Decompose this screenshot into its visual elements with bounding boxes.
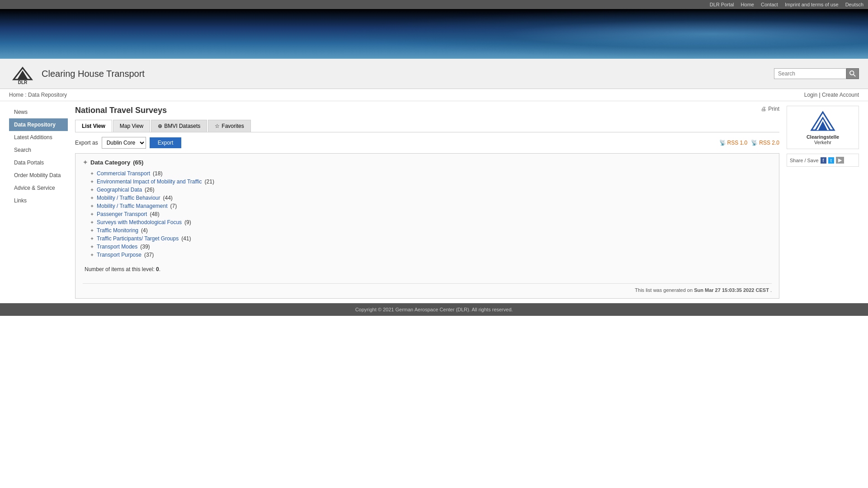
export-bar: Export as Dublin Core INSPIRE ISO 19115 …	[75, 137, 779, 149]
sidebar-item-data-repository[interactable]: Data Repository	[9, 118, 68, 131]
category-item-icon: ✦	[90, 211, 94, 217]
list-item: ✦ Surveys with Methodological Focus (9)	[83, 218, 772, 226]
items-count-label: Number of items at this level:	[85, 266, 155, 272]
generated-prefix: This list was generated on	[635, 287, 693, 293]
search-input[interactable]	[774, 68, 846, 79]
svg-text:DLR: DLR	[18, 80, 28, 85]
list-item: ✦ Passenger Transport (48)	[83, 210, 772, 218]
data-category-header: ✦ Data Category (65)	[83, 159, 772, 166]
nav-deutsch[interactable]: Deutsch	[845, 2, 863, 7]
footer: Copyright © 2021 German Aerospace Center…	[0, 303, 868, 316]
rss-1-link[interactable]: 📡 RSS 1.0	[719, 140, 748, 146]
tab-map-view[interactable]: Map View	[113, 120, 150, 132]
page-title: National Travel Surveys	[75, 106, 167, 115]
favorites-icon: ☆	[215, 123, 220, 129]
category-geographical-data-count: (26)	[145, 187, 154, 193]
rss-2-link[interactable]: 📡 RSS 2.0	[751, 140, 779, 146]
sidebar-item-search[interactable]: Search	[9, 144, 68, 156]
list-item: ✦ Commercial Transport (18)	[83, 169, 772, 178]
clearingstelle-label: Clearingstelle	[791, 134, 855, 140]
category-environmental-impact-count: (21)	[205, 178, 214, 185]
print-link[interactable]: 🖨 Print	[761, 106, 779, 112]
category-passenger-transport[interactable]: Passenger Transport	[97, 211, 147, 217]
copyright-text: Copyright © 2021 German Aerospace Center…	[355, 307, 513, 312]
category-transport-modes-count: (39)	[140, 244, 150, 250]
category-passenger-transport-count: (48)	[150, 211, 159, 217]
sidebar: News Data Repository Latest Additions Se…	[9, 106, 68, 299]
category-item-icon: ✦	[90, 179, 94, 185]
category-geographical-data[interactable]: Geographical Data	[97, 187, 142, 193]
clearingstelle-svg	[809, 110, 836, 132]
category-transport-modes[interactable]: Transport Modes	[97, 244, 137, 250]
sidebar-item-news[interactable]: News	[9, 106, 68, 118]
category-mobility-traffic-behaviour[interactable]: Mobility / Traffic Behaviour	[97, 195, 160, 201]
items-count: Number of items at this level: 0.	[83, 266, 772, 272]
nav-dlr-portal[interactable]: DLR Portal	[710, 2, 734, 7]
sidebar-item-latest-additions[interactable]: Latest Additions	[9, 131, 68, 144]
data-category-label: Data Category	[90, 159, 130, 166]
tab-bmvi-datasets[interactable]: ⊕ BMVI Datasets	[151, 120, 207, 132]
category-item-icon: ✦	[90, 195, 94, 201]
site-title: Clearing House Transport	[42, 69, 145, 79]
export-format-select[interactable]: Dublin Core INSPIRE ISO 19115 DIF	[102, 137, 146, 149]
list-item: ✦ Traffic Participants/ Target Groups (4…	[83, 235, 772, 243]
login-link[interactable]: Login	[804, 92, 817, 98]
list-item: ✦ Mobility / Traffic Behaviour (44)	[83, 194, 772, 202]
bmvi-label: BMVI Datasets	[164, 123, 200, 129]
list-item: ✦ Transport Modes (39)	[83, 243, 772, 251]
sidebar-item-order-mobility-data[interactable]: Order Mobility Data	[9, 169, 68, 182]
category-item-icon: ✦	[90, 228, 94, 234]
facebook-share-icon[interactable]: f	[821, 157, 826, 164]
print-icon: 🖨	[761, 106, 766, 112]
category-item-icon: ✦	[90, 236, 94, 242]
search-button[interactable]	[846, 68, 859, 79]
export-button[interactable]: Export	[150, 137, 182, 148]
tab-list-view[interactable]: List View	[75, 120, 112, 132]
clearingstelle-sublabel: Verkehr	[791, 140, 855, 145]
data-category-box: ✦ Data Category (65) ✦ Commercial Transp…	[75, 153, 779, 299]
sidebar-item-advice-service[interactable]: Advice & Service	[9, 182, 68, 194]
twitter-share-icon[interactable]: t	[828, 157, 834, 164]
breadcrumb-home[interactable]: Home	[9, 92, 24, 98]
category-traffic-monitoring[interactable]: Traffic Monitoring	[97, 227, 138, 234]
nav-contact[interactable]: Contact	[761, 2, 778, 7]
breadcrumb: Home : Data Repository	[9, 92, 67, 98]
rss-1-label: RSS 1.0	[727, 140, 748, 146]
category-surveys-methodological[interactable]: Surveys with Methodological Focus	[97, 219, 182, 225]
category-traffic-monitoring-count: (4)	[141, 227, 148, 234]
nav-imprint[interactable]: Imprint and terms of use	[785, 2, 839, 7]
generated-suffix: .	[770, 287, 772, 293]
data-category-count: (65)	[133, 159, 143, 166]
share-save-label: Share / Save	[790, 158, 819, 163]
search-icon	[849, 70, 856, 77]
category-item-icon: ✦	[90, 220, 94, 225]
share-save-box: Share / Save f t ▶	[787, 154, 859, 167]
logo-area: DLR Clearing House Transport	[9, 62, 145, 85]
content-area: National Travel Surveys 🖨 Print List Vie…	[75, 106, 779, 299]
create-account-link[interactable]: Create Account	[822, 92, 859, 98]
category-mobility-traffic-management[interactable]: Mobility / Traffic Management	[97, 203, 168, 209]
category-mobility-traffic-management-count: (7)	[170, 203, 177, 209]
category-commercial-transport[interactable]: Commercial Transport	[97, 170, 150, 177]
category-transport-purpose[interactable]: Transport Purpose	[97, 252, 142, 258]
right-sidebar: Clearingstelle Verkehr Share / Save f t …	[787, 106, 859, 299]
category-traffic-participants[interactable]: Traffic Participants/ Target Groups	[97, 235, 179, 242]
list-item: ✦ Traffic Monitoring (4)	[83, 226, 772, 235]
more-share-icon[interactable]: ▶	[836, 157, 844, 164]
category-environmental-impact[interactable]: Environmental Impact of Mobility and Tra…	[97, 178, 202, 185]
category-item-icon: ✦	[90, 244, 94, 250]
category-mobility-traffic-behaviour-count: (44)	[163, 195, 173, 201]
sidebar-item-data-portals[interactable]: Data Portals	[9, 156, 68, 169]
site-header: DLR Clearing House Transport	[0, 59, 868, 89]
data-category-icon: ✦	[83, 159, 88, 166]
nav-home[interactable]: Home	[741, 2, 754, 7]
category-item-icon: ✦	[90, 187, 94, 193]
export-as-label: Export as	[75, 140, 98, 146]
generated-text: This list was generated on Sun Mar 27 15…	[83, 283, 772, 293]
header-search-area	[774, 68, 859, 79]
list-item: ✦ Mobility / Traffic Management (7)	[83, 202, 772, 210]
breadcrumb-current: Data Repository	[28, 92, 67, 98]
sidebar-item-links[interactable]: Links	[9, 194, 68, 207]
tab-favorites[interactable]: ☆ Favorites	[208, 120, 250, 132]
category-item-icon: ✦	[90, 171, 94, 177]
